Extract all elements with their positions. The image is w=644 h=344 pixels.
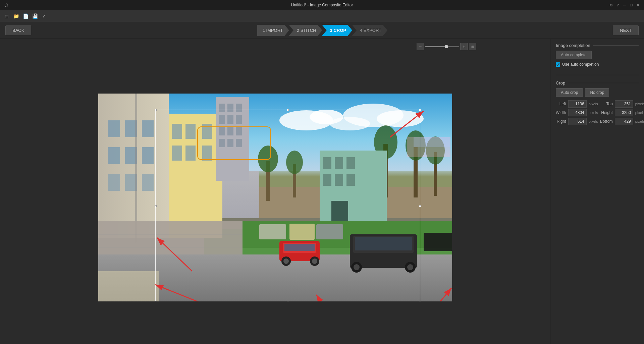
svg-rect-74 (355, 237, 412, 250)
top-label: Top (600, 102, 613, 106)
settings-icon[interactable]: ⚙ (608, 2, 614, 8)
zoom-thumb[interactable] (445, 45, 448, 48)
svg-rect-36 (227, 139, 233, 147)
use-auto-completion-row: Use auto completion (556, 62, 639, 67)
export-icon[interactable]: ✓ (40, 12, 48, 20)
svg-rect-23 (185, 146, 196, 161)
svg-rect-35 (219, 139, 225, 147)
svg-rect-8 (108, 120, 120, 137)
crop-section: Crop Auto crop No crop Left pixels Top p… (556, 80, 639, 125)
close-icon[interactable]: ✕ (635, 2, 641, 8)
zoom-track (425, 46, 445, 47)
svg-rect-27 (227, 104, 233, 112)
minimize-icon[interactable]: ─ (622, 2, 627, 8)
nav-bar: BACK 1 IMPORT 2 STITCH 3 CROP 4 EXPORT N… (0, 22, 644, 39)
zoom-fit-button[interactable]: ⊞ (469, 43, 476, 50)
main-content: − + ⊞ (0, 39, 644, 344)
svg-point-69 (283, 259, 289, 264)
next-button[interactable]: NEXT (613, 25, 639, 35)
svg-point-5 (377, 110, 424, 127)
right-unit: pixels (589, 119, 598, 123)
top-value[interactable] (615, 100, 633, 108)
svg-rect-24 (202, 146, 212, 161)
svg-rect-11 (108, 147, 120, 164)
svg-rect-55 (331, 201, 348, 224)
svg-rect-22 (172, 146, 182, 161)
svg-point-78 (407, 264, 413, 270)
maximize-icon[interactable]: □ (629, 2, 634, 8)
svg-rect-49 (323, 157, 331, 169)
step-crop[interactable]: 3 CROP (322, 25, 352, 36)
svg-rect-52 (323, 174, 331, 186)
save-icon[interactable]: 💾 (31, 12, 39, 20)
height-unit: pixels (635, 111, 644, 115)
app-icon: ⬡ (3, 2, 9, 8)
title-bar: ⬡ Untitled* - Image Composite Editor ⚙ ?… (0, 0, 644, 10)
svg-point-39 (258, 146, 278, 172)
open-file-icon[interactable]: 📄 (21, 12, 30, 20)
width-value[interactable] (568, 109, 587, 116)
use-auto-completion-checkbox[interactable] (556, 62, 560, 67)
right-panel: Image completion Auto complete Use auto … (550, 39, 644, 344)
svg-rect-21 (202, 124, 212, 139)
auto-complete-button[interactable]: Auto complete (556, 51, 592, 59)
svg-rect-19 (172, 124, 182, 139)
svg-rect-33 (227, 127, 233, 135)
svg-rect-54 (346, 174, 355, 186)
bottom-value[interactable] (615, 118, 633, 125)
svg-point-71 (312, 259, 317, 264)
step-export[interactable]: 4 EXPORT (352, 25, 387, 36)
crop-values-grid: Left pixels Top pixels Width pixels Heig… (556, 100, 639, 125)
height-value[interactable] (615, 109, 633, 116)
window-title: Untitled* - Image Composite Editor (291, 3, 353, 7)
svg-rect-80 (289, 224, 315, 240)
zoom-out-button[interactable]: − (417, 43, 424, 50)
svg-rect-29 (219, 115, 225, 124)
crop-buttons: Auto crop No crop (556, 88, 639, 97)
step-import[interactable]: 1 IMPORT (257, 25, 289, 36)
svg-rect-82 (424, 233, 452, 251)
width-label: Width (556, 110, 566, 115)
new-file-icon[interactable]: ◻ (3, 12, 11, 20)
svg-rect-13 (142, 147, 154, 164)
open-folder-icon[interactable]: 📁 (12, 12, 20, 20)
zoom-slider[interactable] (425, 46, 459, 47)
window-controls: ⚙ ? ─ □ ✕ (608, 2, 641, 8)
svg-point-41 (286, 151, 303, 174)
scene-svg (98, 94, 452, 301)
image-completion-section: Image completion Auto complete Use auto … (556, 43, 639, 69)
svg-rect-84 (98, 271, 159, 301)
svg-rect-34 (236, 127, 242, 135)
image-completion-title: Image completion (556, 43, 639, 48)
svg-rect-9 (125, 120, 137, 137)
svg-rect-14 (108, 174, 120, 191)
canvas-area[interactable]: − + ⊞ (0, 39, 550, 344)
top-unit: pixels (635, 102, 644, 106)
zoom-in-button[interactable]: + (460, 43, 468, 50)
right-value[interactable] (568, 118, 587, 125)
zoom-controls: − + ⊞ (417, 43, 476, 50)
svg-rect-10 (142, 120, 154, 137)
svg-rect-51 (346, 157, 355, 169)
crop-section-title: Crop (556, 80, 639, 85)
left-value[interactable] (568, 100, 587, 108)
svg-rect-86 (414, 137, 450, 147)
svg-rect-30 (227, 115, 233, 124)
svg-rect-79 (259, 224, 286, 239)
step-stitch[interactable]: 2 STITCH (289, 25, 322, 36)
no-crop-button[interactable]: No crop (585, 88, 609, 97)
width-unit: pixels (589, 111, 598, 115)
svg-rect-12 (125, 147, 137, 164)
help-icon[interactable]: ? (615, 2, 621, 8)
bottom-label: Bottom (600, 119, 613, 124)
svg-rect-31 (236, 115, 242, 124)
left-label: Left (556, 102, 566, 106)
auto-crop-button[interactable]: Auto crop (556, 88, 583, 97)
svg-point-76 (354, 264, 360, 270)
svg-rect-81 (316, 224, 343, 239)
svg-rect-28 (236, 104, 242, 112)
image-viewport[interactable] (3, 54, 547, 341)
back-button[interactable]: BACK (5, 25, 31, 35)
bottom-unit: pixels (635, 119, 644, 123)
use-auto-completion-label[interactable]: Use auto completion (562, 62, 599, 67)
